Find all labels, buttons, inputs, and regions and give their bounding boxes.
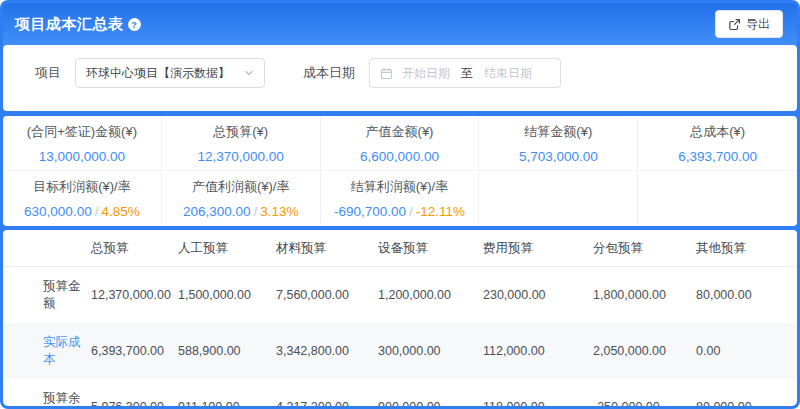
- summary-card-label: 总成本(¥): [690, 123, 745, 141]
- cell: 230,000.00: [483, 267, 593, 324]
- summary-card-value: 6,393,700.00: [678, 149, 757, 164]
- cell: 1,200,000.00: [378, 267, 483, 324]
- budget-table: 总预算 人工预算 材料预算 设备预算 费用预算 分包预算 其他预算 预算金额 1…: [3, 230, 797, 406]
- summary-card-value: -690,700.00/-12.11%: [334, 204, 465, 219]
- cell: 3,342,800.00: [276, 323, 378, 379]
- summary-card-value: 206,300.00/3.13%: [183, 204, 299, 219]
- summary-card-contract-amount: (合同+签证)金额(¥) 13,000,000.00: [3, 116, 162, 171]
- profit-separator: /: [250, 204, 260, 219]
- col-header-material-budget: 材料预算: [276, 230, 378, 267]
- cell: 911,100.00: [178, 379, 276, 406]
- cell: 1,800,000.00: [593, 267, 696, 324]
- summary-card-value: 630,000.00/4.85%: [24, 204, 140, 219]
- cell: 118,000.00: [483, 379, 593, 406]
- profit-amount: 630,000.00: [24, 204, 92, 219]
- profit-separator: /: [92, 204, 102, 219]
- summary-card-empty: [638, 171, 797, 226]
- table-header-row: 总预算 人工预算 材料预算 设备预算 费用预算 分包预算 其他预算: [3, 230, 797, 267]
- summary-card-total-cost: 总成本(¥) 6,393,700.00: [638, 116, 797, 171]
- summary-card-value: 6,600,000.00: [360, 149, 439, 164]
- project-select[interactable]: 环球中心项目【演示数据】: [75, 58, 265, 88]
- summary-card-output-amount: 产值金额(¥) 6,600,000.00: [321, 116, 480, 171]
- summary-card-label: 产值利润额(¥)/率: [192, 178, 290, 196]
- summary-card-value: 13,000,000.00: [39, 149, 125, 164]
- cell: 2,050,000.00: [593, 323, 696, 379]
- cell: 80,000.00: [696, 267, 797, 324]
- summary-card-label: (合同+签证)金额(¥): [27, 123, 137, 141]
- cost-date-filter-label: 成本日期: [303, 64, 355, 82]
- cell: 7,560,000.00: [276, 267, 378, 324]
- row-label: 预算余额: [3, 379, 91, 406]
- date-range-separator: 至: [461, 65, 473, 82]
- col-header-other-budget: 其他预算: [696, 230, 797, 267]
- summary-card-output-profit: 产值利润额(¥)/率 206,300.00/3.13%: [162, 171, 321, 226]
- project-select-value: 环球中心项目【演示数据】: [86, 65, 230, 82]
- help-icon[interactable]: ?: [128, 18, 141, 31]
- chevron-down-icon: [244, 68, 254, 78]
- cell: 0.00: [696, 323, 797, 379]
- row-label: 预算金额: [3, 267, 91, 324]
- cost-date-range-input[interactable]: 开始日期 至 结束日期: [369, 58, 561, 88]
- page-title: 项目成本汇总表: [15, 15, 124, 34]
- cell: 5,976,300.00: [91, 379, 178, 406]
- col-header-total-budget: 总预算: [91, 230, 178, 267]
- page-title-wrap: 项目成本汇总表 ?: [15, 15, 141, 34]
- cell: 4,217,200.00: [276, 379, 378, 406]
- filter-panel: 项目 环球中心项目【演示数据】 成本日期 开始日期 至 结束日期: [3, 45, 797, 111]
- col-header-equipment-budget: 设备预算: [378, 230, 483, 267]
- header-bar: 项目成本汇总表 ? 导出: [3, 3, 797, 45]
- export-icon: [728, 18, 741, 31]
- col-header-blank: [3, 230, 91, 267]
- summary-card-empty: [479, 171, 638, 226]
- cell: -250,000.00: [593, 379, 696, 406]
- calendar-icon: [380, 67, 393, 80]
- cell: 80,000.00: [696, 379, 797, 406]
- cell: 300,000.00: [378, 323, 483, 379]
- project-cost-summary-page: 项目成本汇总表 ? 导出 项目 环球中心项目【演示数据】 成本日期: [0, 0, 800, 409]
- col-header-subcontract-budget: 分包预算: [593, 230, 696, 267]
- summary-card-label: 产值金额(¥): [366, 123, 434, 141]
- profit-amount: -690,700.00: [334, 204, 406, 219]
- summary-card-value: 12,370,000.00: [198, 149, 284, 164]
- table-row-budget-amount: 预算金额 12,370,000.00 1,500,000.00 7,560,00…: [3, 267, 797, 324]
- col-header-labor-budget: 人工预算: [178, 230, 276, 267]
- export-button[interactable]: 导出: [715, 10, 783, 38]
- project-filter-label: 项目: [35, 64, 61, 82]
- summary-card-settlement-profit: 结算利润额(¥)/率 -690,700.00/-12.11%: [321, 171, 480, 226]
- summary-card-label: 结算金额(¥): [524, 123, 592, 141]
- budget-table-panel: 总预算 人工预算 材料预算 设备预算 费用预算 分包预算 其他预算 预算金额 1…: [3, 230, 797, 406]
- cell: 112,000.00: [483, 323, 593, 379]
- cell: 6,393,700.00: [91, 323, 178, 379]
- summary-card-settlement-amount: 结算金额(¥) 5,703,000.00: [479, 116, 638, 171]
- profit-separator: /: [406, 204, 416, 219]
- date-end-placeholder: 结束日期: [484, 65, 532, 82]
- table-row-budget-balance: 预算余额 5,976,300.00 911,100.00 4,217,200.0…: [3, 379, 797, 406]
- summary-card-label: 总预算(¥): [213, 123, 268, 141]
- col-header-expense-budget: 费用预算: [483, 230, 593, 267]
- summary-card-label: 结算利润额(¥)/率: [351, 178, 449, 196]
- summary-card-total-budget: 总预算(¥) 12,370,000.00: [162, 116, 321, 171]
- summary-card-target-profit: 目标利润额(¥)/率 630,000.00/4.85%: [3, 171, 162, 226]
- profit-rate: 3.13%: [260, 204, 298, 219]
- cell: 12,370,000.00: [91, 267, 178, 324]
- export-label: 导出: [746, 16, 770, 33]
- row-label-actual-cost-link[interactable]: 实际成本: [3, 323, 91, 379]
- cell: 900,000.00: [378, 379, 483, 406]
- cell: 588,900.00: [178, 323, 276, 379]
- profit-amount: 206,300.00: [183, 204, 251, 219]
- summary-card-label: 目标利润额(¥)/率: [33, 178, 131, 196]
- cell: 1,500,000.00: [178, 267, 276, 324]
- date-start-placeholder: 开始日期: [402, 65, 450, 82]
- summary-cards-panel: (合同+签证)金额(¥) 13,000,000.00 总预算(¥) 12,370…: [3, 116, 797, 226]
- summary-card-value: 5,703,000.00: [519, 149, 598, 164]
- profit-rate: -12.11%: [416, 204, 465, 219]
- filter-row: 项目 环球中心项目【演示数据】 成本日期 开始日期 至 结束日期: [35, 58, 781, 88]
- table-row-actual-cost: 实际成本 6,393,700.00 588,900.00 3,342,800.0…: [3, 323, 797, 379]
- profit-rate: 4.85%: [101, 204, 139, 219]
